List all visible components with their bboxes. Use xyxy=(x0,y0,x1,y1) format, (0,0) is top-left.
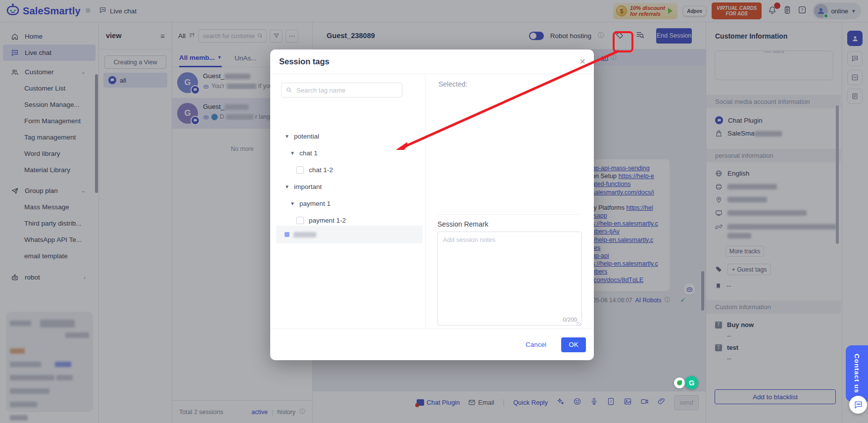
channel-email[interactable]: Email xyxy=(468,399,494,406)
sidebar-item-home[interactable]: Home xyxy=(0,28,98,45)
channel-chat-plugin[interactable]: Chat Plugin xyxy=(417,399,460,406)
quick-reply-button[interactable]: Quick Reply xyxy=(513,399,548,406)
tab-translation[interactable]: A≡ xyxy=(847,70,863,85)
message-link[interactable]: //help-en.salesmartly.c xyxy=(592,236,653,243)
tab-all-members[interactable]: All memb... xyxy=(179,54,215,61)
customer-remark-box[interactable]: No data xyxy=(715,50,833,80)
attachment-icon[interactable] xyxy=(657,397,666,408)
message-link[interactable]: s://help-en.salesmartly.c xyxy=(592,220,658,227)
session-records-button[interactable] xyxy=(635,30,645,42)
magic-reply-icon[interactable] xyxy=(556,397,565,408)
cancel-button[interactable]: Cancel xyxy=(526,341,546,348)
send-button[interactable]: send xyxy=(674,395,699,410)
ok-button[interactable]: OK xyxy=(561,337,586,352)
home-icon xyxy=(11,33,19,41)
sort-icon[interactable] xyxy=(189,32,195,41)
robot-hosting-toggle[interactable] xyxy=(529,32,544,40)
tree-node-payment-1[interactable]: ▼payment 1 xyxy=(270,195,426,212)
tree-node-potential[interactable]: ▼potential xyxy=(270,128,426,144)
sidebar-item-third-party[interactable]: Third party distrib... xyxy=(0,215,98,232)
banner-link[interactable]: on xyxy=(601,54,608,61)
sidebar-item-customer-list[interactable]: Customer List xyxy=(0,80,98,96)
store-icon xyxy=(715,130,723,137)
message-link[interactable]: .com/docs/8dTqLE xyxy=(592,277,643,283)
sidebar-item-form-management[interactable]: Form Management xyxy=(0,113,98,129)
image-icon[interactable] xyxy=(624,397,632,408)
device-row xyxy=(706,209,807,217)
filter-all-label[interactable]: All xyxy=(178,32,186,40)
tab-active[interactable]: active xyxy=(251,409,268,416)
checkbox[interactable] xyxy=(296,217,304,224)
discount-banner[interactable]: $ 10% discountfor referrals xyxy=(613,3,677,19)
checkbox[interactable] xyxy=(285,232,289,237)
contact-us-chat-icon[interactable] xyxy=(849,396,867,414)
tab-unassigned[interactable]: UnAs... xyxy=(235,54,256,62)
caret-down-icon[interactable]: ▼ xyxy=(290,150,295,156)
more-options-button[interactable]: ⋯ xyxy=(286,30,298,43)
caret-down-icon[interactable]: ▼ xyxy=(285,184,289,189)
tab-customer-profile[interactable] xyxy=(847,31,863,46)
message-link[interactable]: nbers-tjAv xyxy=(592,228,620,235)
message-link[interactable]: https://hel xyxy=(626,204,653,211)
adpos-badge[interactable]: Adpos xyxy=(683,6,706,16)
account-menu[interactable]: online ▼ xyxy=(813,2,861,19)
tab-chat-notes[interactable] xyxy=(847,51,863,66)
sidebar-item-material-library[interactable]: Material Library xyxy=(0,162,98,178)
add-to-blacklist-button[interactable]: Add to blacklist xyxy=(715,389,836,404)
sidebar-item-group-plan[interactable]: Group plan ⌄ xyxy=(0,183,98,199)
session-remark-textarea[interactable] xyxy=(437,232,582,326)
grammarly-icon[interactable]: G xyxy=(685,376,698,389)
resize-handle[interactable] xyxy=(577,322,581,326)
audio-file-icon[interactable]: ♪ xyxy=(607,397,615,408)
message-link[interactable]: ated-functions xyxy=(592,181,631,188)
create-view-button[interactable]: Creating a View xyxy=(104,55,166,69)
tree-node-important[interactable]: ▼important xyxy=(270,178,426,195)
contact-us-tab[interactable]: Contact us xyxy=(846,345,868,402)
caret-down-icon[interactable]: ▼ xyxy=(290,201,295,206)
sidebar-item-robot[interactable]: robot › xyxy=(0,269,98,285)
sidebar-item-word-library[interactable]: Word library xyxy=(0,145,98,162)
sidebar-item-customer[interactable]: Customer ⌄ xyxy=(0,64,98,80)
filter-button[interactable] xyxy=(270,30,283,43)
tab-session-summary[interactable] xyxy=(847,89,863,104)
sidebar-item-tag-management[interactable]: Tag management xyxy=(0,129,98,145)
sidebar-item-whatsapp-api[interactable]: WhatsApp API Te... xyxy=(0,232,98,248)
chat-scrollbar[interactable] xyxy=(701,271,704,311)
tag-search-input[interactable] xyxy=(281,83,402,97)
tree-node-chat-1[interactable]: ▼chat 1 xyxy=(270,144,426,161)
message-link[interactable]: salesmartly.com/docs/i xyxy=(592,189,654,196)
chevron-down-icon[interactable]: ▼ xyxy=(217,55,222,60)
clipboard-icon[interactable] xyxy=(783,5,792,16)
message-link[interactable]: nbers xyxy=(592,268,607,275)
message-link[interactable]: pp-api-mass-sending xyxy=(592,165,650,172)
tab-history[interactable]: history xyxy=(277,409,295,416)
sidebar-item-session-management[interactable]: Session Manage... xyxy=(0,96,98,113)
sidebar-scrollbar[interactable] xyxy=(95,74,98,193)
notifications-bell-icon[interactable] xyxy=(768,5,777,17)
message-link[interactable]: https://help-e xyxy=(619,173,654,180)
message-link[interactable]: pp-api xyxy=(592,252,609,259)
add-guest-tags-button[interactable]: + Guest tags xyxy=(727,264,771,275)
tree-node-blurred[interactable] xyxy=(276,226,423,243)
message-link[interactable]: tsapp xyxy=(592,212,607,219)
sidebar-collapse-icon[interactable]: ≡ xyxy=(86,6,91,16)
view-menu-icon[interactable]: ≡ xyxy=(160,32,165,40)
close-icon[interactable]: ✕ xyxy=(579,57,586,66)
checkbox[interactable] xyxy=(296,166,304,174)
video-icon[interactable] xyxy=(640,397,649,408)
emoji-icon[interactable] xyxy=(573,397,581,408)
sidebar-item-live-chat[interactable]: Live chat xyxy=(3,45,96,61)
help-icon[interactable]: ? xyxy=(798,5,807,16)
more-tracks-button[interactable]: More tracks xyxy=(725,246,764,257)
virtual-cards-banner[interactable]: VIRTUAL CARDSFOR ADS xyxy=(712,2,762,19)
view-item-all[interactable]: all xyxy=(103,73,167,88)
tree-node-chat-1-2[interactable]: chat 1-2 xyxy=(270,161,426,178)
panel-scrollbar[interactable] xyxy=(836,105,839,244)
end-session-button[interactable]: End Session xyxy=(656,28,692,44)
caret-down-icon[interactable]: ▼ xyxy=(285,134,289,139)
message-link[interactable]: s://help-en.salesmartly.c xyxy=(592,260,658,267)
sidebar-item-mass-message[interactable]: Mass Message xyxy=(0,199,98,215)
voice-icon[interactable] xyxy=(590,397,598,408)
grammarly-leaf-icon[interactable] xyxy=(674,377,685,388)
sidebar-item-email-template[interactable]: email template xyxy=(0,248,98,264)
